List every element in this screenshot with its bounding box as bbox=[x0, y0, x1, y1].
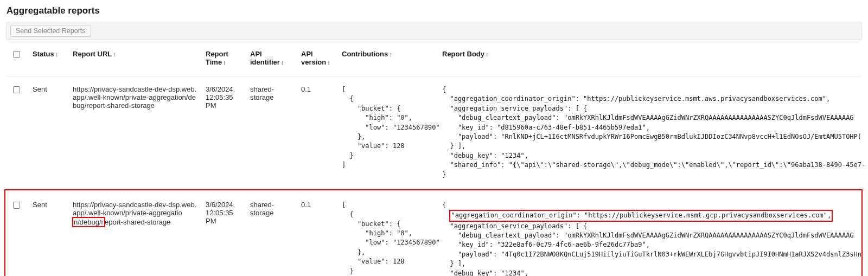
api-identifier-cell: shared-storage bbox=[246, 76, 297, 192]
table-row: Sent https://privacy-sandcastle-dev-dsp.… bbox=[7, 191, 861, 276]
report-time-cell: 3/6/2024, 12:05:35 PM bbox=[201, 191, 246, 276]
api-identifier-header[interactable]: API identifier↕ bbox=[246, 46, 297, 76]
send-selected-reports-button[interactable]: Send Selected Reports bbox=[10, 25, 91, 37]
report-time-header[interactable]: Report Time↕ bbox=[201, 46, 246, 76]
sort-icon: ↕ bbox=[281, 59, 284, 66]
status-cell: Sent bbox=[28, 76, 68, 192]
status-cell: Sent bbox=[28, 191, 68, 276]
toolbar: Send Selected Reports bbox=[7, 22, 861, 40]
row-checkbox[interactable] bbox=[13, 86, 20, 93]
report-body-cell: { "aggregation_coordinator_origin": "htt… bbox=[438, 191, 861, 276]
reports-table: Status↕ Report URL↕ Report Time↕ API ide… bbox=[7, 46, 861, 276]
annotation-box: "aggregation_coordinator_origin": "https… bbox=[449, 210, 833, 221]
select-all-checkbox[interactable] bbox=[13, 51, 20, 58]
api-version-cell: 0.1 bbox=[297, 191, 337, 276]
table-row: Sent https://privacy-sandcastle-dev-dsp.… bbox=[7, 76, 861, 192]
contributions-header[interactable]: Contributions↕ bbox=[337, 46, 438, 76]
page-title: Aggregatable reports bbox=[7, 5, 861, 16]
api-version-cell: 0.1 bbox=[297, 76, 337, 192]
sort-icon: ↕ bbox=[486, 51, 489, 57]
report-body-cell: { "aggregation_coordinator_origin": "htt… bbox=[438, 76, 861, 192]
api-version-header[interactable]: API version↕ bbox=[297, 46, 337, 76]
report-body-header[interactable]: Report Body↕ bbox=[438, 46, 861, 76]
sort-icon: ↕ bbox=[327, 59, 330, 66]
report-url-cell: https://privacy-sandcastle-dev-dsp.web.a… bbox=[68, 76, 201, 192]
api-identifier-cell: shared-storage bbox=[246, 191, 297, 276]
select-all-header bbox=[7, 46, 28, 76]
sort-icon: ↕ bbox=[113, 51, 116, 57]
report-url-cell: https://privacy-sandcastle-dev-dsp.web.a… bbox=[68, 191, 201, 276]
sort-icon: ↕ bbox=[55, 51, 59, 57]
contributions-cell: [ { "bucket": { "high": "0", "low": "123… bbox=[337, 191, 438, 276]
contributions-cell: [ { "bucket": { "high": "0", "low": "123… bbox=[337, 76, 438, 192]
row-checkbox[interactable] bbox=[13, 202, 20, 209]
report-url-header[interactable]: Report URL↕ bbox=[68, 46, 201, 76]
sort-icon: ↕ bbox=[223, 59, 226, 66]
status-header[interactable]: Status↕ bbox=[28, 46, 68, 76]
report-time-cell: 3/6/2024, 12:05:35 PM bbox=[201, 76, 246, 192]
sort-icon: ↕ bbox=[389, 51, 392, 57]
annotation-box: n/debug/r bbox=[72, 217, 105, 227]
